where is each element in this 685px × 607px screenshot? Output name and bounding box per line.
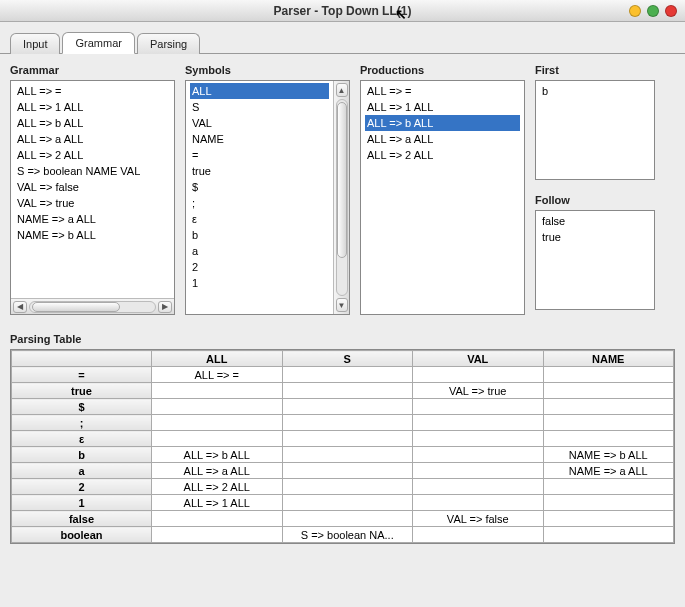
follow-list[interactable]: falsetrue [535, 210, 655, 310]
table-row-header[interactable]: 1 [12, 495, 152, 511]
tab-parsing[interactable]: Parsing [137, 33, 200, 54]
table-cell[interactable] [152, 415, 283, 431]
table-row-header[interactable]: b [12, 447, 152, 463]
grammar-hscrollbar[interactable]: ◀ ▶ [11, 298, 174, 314]
table-row-header[interactable]: a [12, 463, 152, 479]
table-cell[interactable] [282, 383, 413, 399]
table-column-header[interactable]: VAL [413, 351, 544, 367]
table-cell[interactable] [413, 527, 544, 543]
list-item[interactable]: ALL => = [15, 83, 170, 99]
symbols-vscrollbar[interactable]: ▲ ▼ [333, 81, 349, 314]
table-cell[interactable] [282, 367, 413, 383]
table-cell[interactable] [543, 367, 674, 383]
table-cell[interactable] [282, 431, 413, 447]
scroll-thumb[interactable] [337, 102, 347, 258]
table-cell[interactable]: NAME => b ALL [543, 447, 674, 463]
list-item[interactable]: ALL => a ALL [365, 131, 520, 147]
parsing-table[interactable]: ALLSVALNAME=ALL => =trueVAL => true$;εbA… [11, 350, 674, 543]
table-cell[interactable] [282, 415, 413, 431]
list-item[interactable]: NAME => b ALL [15, 227, 170, 243]
table-cell[interactable]: ALL => 1 ALL [152, 495, 283, 511]
list-item[interactable]: ; [190, 195, 329, 211]
table-column-header[interactable]: ALL [152, 351, 283, 367]
table-row-header[interactable]: false [12, 511, 152, 527]
list-item[interactable]: false [540, 213, 650, 229]
table-cell[interactable] [543, 415, 674, 431]
table-cell[interactable]: VAL => false [413, 511, 544, 527]
table-column-header[interactable]: S [282, 351, 413, 367]
table-row-header[interactable]: true [12, 383, 152, 399]
table-cell[interactable] [543, 495, 674, 511]
table-cell[interactable]: S => boolean NA... [282, 527, 413, 543]
list-item[interactable]: ALL => a ALL [15, 131, 170, 147]
scroll-left-icon[interactable]: ◀ [13, 301, 27, 313]
list-item[interactable]: VAL => true [15, 195, 170, 211]
list-item[interactable]: ALL => 1 ALL [365, 99, 520, 115]
list-item[interactable]: a [190, 243, 329, 259]
list-item[interactable]: VAL [190, 115, 329, 131]
table-cell[interactable]: NAME => a ALL [543, 463, 674, 479]
table-cell[interactable]: VAL => true [413, 383, 544, 399]
table-cell[interactable] [413, 399, 544, 415]
table-cell[interactable] [543, 431, 674, 447]
tab-input[interactable]: Input [10, 33, 60, 54]
table-cell[interactable]: ALL => 2 ALL [152, 479, 283, 495]
minimize-button[interactable] [629, 5, 641, 17]
table-cell[interactable] [413, 479, 544, 495]
list-item[interactable]: ALL => = [365, 83, 520, 99]
table-cell[interactable]: ALL => = [152, 367, 283, 383]
table-cell[interactable] [282, 479, 413, 495]
table-row-header[interactable]: boolean [12, 527, 152, 543]
list-item[interactable]: 1 [190, 275, 329, 291]
list-item[interactable]: NAME [190, 131, 329, 147]
table-cell[interactable] [282, 511, 413, 527]
table-column-header[interactable]: NAME [543, 351, 674, 367]
list-item[interactable]: VAL => false [15, 179, 170, 195]
list-item[interactable]: ALL => 2 ALL [365, 147, 520, 163]
table-cell[interactable] [543, 399, 674, 415]
table-cell[interactable] [152, 399, 283, 415]
table-cell[interactable] [413, 415, 544, 431]
table-cell[interactable] [282, 399, 413, 415]
list-item[interactable]: true [540, 229, 650, 245]
table-cell[interactable] [413, 367, 544, 383]
zoom-button[interactable] [647, 5, 659, 17]
scroll-track[interactable] [29, 301, 156, 313]
first-list[interactable]: b [535, 80, 655, 180]
tab-grammar[interactable]: Grammar [62, 32, 134, 54]
table-cell[interactable] [413, 463, 544, 479]
table-row-header[interactable]: ; [12, 415, 152, 431]
table-row-header[interactable]: ε [12, 431, 152, 447]
table-cell[interactable] [543, 383, 674, 399]
list-item[interactable]: true [190, 163, 329, 179]
list-item[interactable]: ALL => b ALL [365, 115, 520, 131]
table-cell[interactable] [282, 495, 413, 511]
table-cell[interactable] [413, 447, 544, 463]
table-cell[interactable] [282, 447, 413, 463]
table-cell[interactable] [282, 463, 413, 479]
table-cell[interactable] [152, 383, 283, 399]
list-item[interactable]: b [190, 227, 329, 243]
productions-list[interactable]: ALL => =ALL => 1 ALLALL => b ALLALL => a… [360, 80, 525, 315]
list-item[interactable]: ALL => b ALL [15, 115, 170, 131]
table-cell[interactable] [413, 431, 544, 447]
list-item[interactable]: 2 [190, 259, 329, 275]
list-item[interactable]: ALL => 2 ALL [15, 147, 170, 163]
list-item[interactable]: ALL [190, 83, 329, 99]
scroll-right-icon[interactable]: ▶ [158, 301, 172, 313]
table-cell[interactable] [152, 511, 283, 527]
table-cell[interactable] [543, 511, 674, 527]
table-row-header[interactable]: $ [12, 399, 152, 415]
close-button[interactable] [665, 5, 677, 17]
table-row-header[interactable]: = [12, 367, 152, 383]
symbols-list[interactable]: ALLSVALNAME=true$;εba21 ▲ ▼ [185, 80, 350, 315]
list-item[interactable]: b [540, 83, 650, 99]
table-cell[interactable]: ALL => b ALL [152, 447, 283, 463]
list-item[interactable]: NAME => a ALL [15, 211, 170, 227]
table-cell[interactable] [543, 479, 674, 495]
list-item[interactable]: S => boolean NAME VAL [15, 163, 170, 179]
scroll-up-icon[interactable]: ▲ [336, 83, 348, 97]
list-item[interactable]: = [190, 147, 329, 163]
scroll-track[interactable] [336, 99, 348, 296]
list-item[interactable]: ε [190, 211, 329, 227]
